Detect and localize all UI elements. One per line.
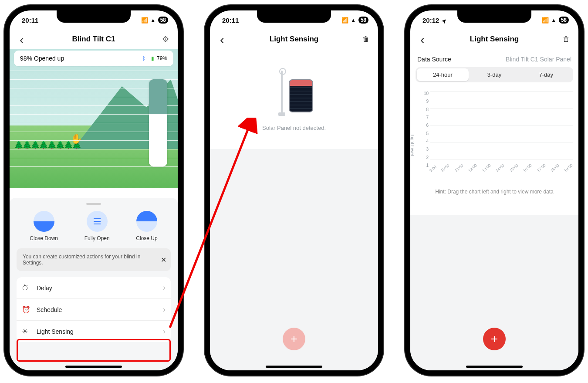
x-ticks: 9:0010:0011:0012:0013:0014:0015:0016:001… [429, 169, 573, 178]
clock: 20:11 [222, 17, 239, 24]
battery-indicator: 58 [559, 17, 569, 24]
battery-indicator: 58 [158, 17, 168, 24]
delete-button[interactable] [560, 33, 572, 45]
close-down-label: Close Down [30, 235, 58, 241]
y-ticks: 10987654321 [420, 91, 429, 168]
clock: 20:12 [422, 17, 439, 24]
battery-indicator: 58 [358, 17, 368, 24]
page-title: Blind Tilt C1 [28, 35, 159, 44]
light-sensing-label: Light Sensing [37, 328, 74, 335]
phone-light-sensing-empty: 20:11 📶 ▲ 58 Light Sensing Solar Panel n… [205, 5, 383, 376]
battery-icon: ▮ [151, 55, 154, 61]
home-indicator[interactable] [266, 366, 322, 368]
close-up-label: Close Up [136, 235, 157, 241]
nav-bar: Blind Tilt C1 [10, 30, 178, 49]
cellular-icon: 📶 [141, 17, 148, 24]
nav-bar: Light Sensing [410, 30, 578, 49]
delete-button[interactable] [360, 33, 372, 45]
data-source-row[interactable]: Data Source Blind Tilt C1 Solar Panel [410, 49, 578, 67]
blind-illustration: 🌲🌲🌲🌲🌲🌲🌲🌲 ✋ [10, 49, 178, 188]
close-down-icon [34, 211, 54, 232]
tilt-slider-thumb[interactable] [149, 79, 167, 114]
location-icon [441, 17, 446, 24]
tilt-slider[interactable] [149, 79, 167, 166]
solar-panel-illustration [272, 66, 316, 119]
bluetooth-icon: ᛒ⁾ [142, 55, 149, 61]
wifi-icon: ▲ [351, 17, 356, 24]
notch [257, 10, 331, 23]
close-up-button[interactable]: Close Up [136, 211, 157, 241]
battery-pct: 79% [157, 55, 167, 61]
sheet-grabber[interactable] [86, 203, 101, 205]
back-button[interactable] [216, 33, 228, 45]
open-status-text: 98% Opened up [20, 55, 64, 62]
add-button[interactable]: + [483, 328, 506, 350]
schedule-icon: ⏰ [22, 305, 31, 314]
fully-open-label: Fully Open [84, 235, 110, 241]
close-down-button[interactable]: Close Down [30, 211, 58, 241]
wifi-icon: ▲ [150, 17, 156, 24]
gridlines [430, 91, 573, 168]
light-level-chart[interactable]: Light Level 10987654321 9:0010:0011:0012… [416, 91, 573, 178]
delay-label: Delay [37, 285, 52, 291]
features-menu: ⏱ Delay › ⏰ Schedule › ☀ Light Sensing › [17, 277, 171, 342]
control-sheet: Close Down Fully Open Close Up You can c… [10, 198, 178, 370]
delay-icon: ⏱ [22, 284, 31, 292]
dismiss-tip-button[interactable]: ✕ [161, 256, 166, 264]
page-title: Light Sensing [429, 35, 560, 44]
home-indicator[interactable] [65, 366, 122, 368]
phone-light-sensing-chart: 20:12 📶 ▲ 58 Light Sensing Data Source B… [405, 5, 584, 376]
light-sensing-icon: ☀ [22, 327, 31, 336]
notch [457, 10, 531, 23]
delay-row[interactable]: ⏱ Delay › [17, 277, 171, 299]
page-title: Light Sensing [228, 35, 360, 44]
chevron-right-icon: › [163, 305, 166, 314]
cellular-icon: 📶 [341, 17, 348, 24]
wifi-icon: ▲ [551, 17, 557, 24]
fully-open-icon [87, 211, 108, 232]
schedule-row[interactable]: ⏰ Schedule › [17, 299, 171, 321]
light-sensing-row[interactable]: ☀ Light Sensing › [17, 321, 171, 342]
seg-7d[interactable]: 7-day [520, 68, 572, 81]
clock: 20:11 [22, 17, 38, 24]
close-up-icon [136, 211, 157, 232]
schedule-label: Schedule [37, 306, 62, 313]
tip-text: You can create customized actions for yo… [23, 254, 140, 266]
solar-panel-message: Solar Panel not detected. [210, 125, 378, 131]
cellular-icon: 📶 [542, 17, 549, 24]
nav-bar: Light Sensing [210, 30, 378, 49]
seg-3d[interactable]: 3-day [469, 68, 520, 81]
open-status-card: 98% Opened up ᛒ⁾ ▮ 79% [14, 51, 173, 66]
data-source-value: Blind Tilt C1 Solar Panel [506, 56, 571, 63]
annotation-highlight [17, 339, 171, 362]
chart-hint: Hint: Drag the chart left and right to v… [410, 189, 578, 195]
chevron-right-icon: › [163, 327, 166, 336]
y-axis-label: Light Level [410, 135, 415, 156]
notch [57, 10, 131, 23]
back-button[interactable] [416, 33, 429, 45]
data-source-label: Data Source [417, 56, 451, 63]
chevron-right-icon: › [163, 283, 166, 292]
phone-blind-control: 20:11 📶 ▲ 58 Blind Tilt C1 98% Opened up… [4, 5, 183, 376]
back-button[interactable] [16, 33, 28, 45]
settings-button[interactable] [159, 33, 172, 45]
seg-24h[interactable]: 24-hour [417, 68, 469, 81]
custom-actions-tip: You can create customized actions for yo… [17, 248, 171, 271]
add-button[interactable]: + [283, 328, 305, 350]
home-indicator[interactable] [466, 366, 523, 368]
fully-open-button[interactable]: Fully Open [84, 211, 110, 241]
range-segmented-control: 24-hour 3-day 7-day [416, 67, 573, 82]
